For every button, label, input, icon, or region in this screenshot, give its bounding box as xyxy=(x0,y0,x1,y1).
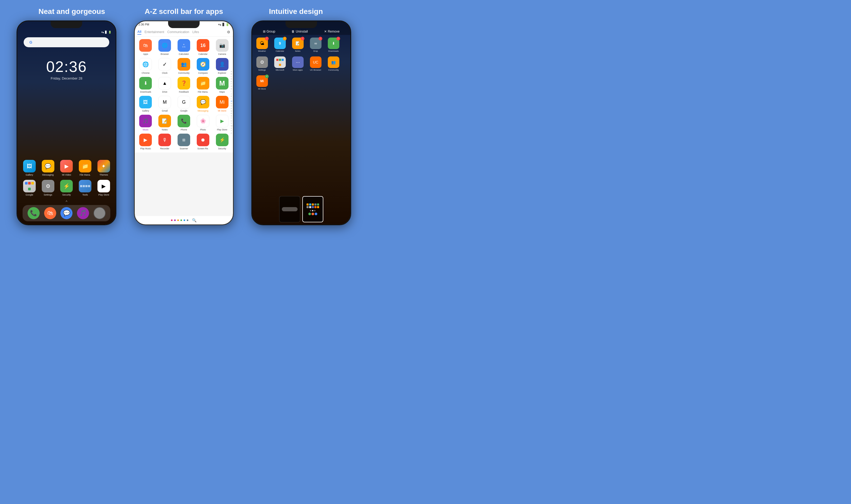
mistore-label: MI Store xyxy=(218,109,226,112)
list-item[interactable]: ▶ Play Music xyxy=(136,132,155,151)
list-item[interactable]: ✓ Clock xyxy=(156,57,174,75)
calculator-label: Calculator xyxy=(179,53,189,55)
app-settings2[interactable]: ⚙ Settings xyxy=(254,56,270,71)
app-downloads[interactable]: ⬇ ! Downloads xyxy=(326,38,341,52)
az-g: G xyxy=(231,85,232,87)
list-item[interactable]: 🧭 Compass xyxy=(194,57,212,75)
app-google[interactable]: Google xyxy=(21,180,38,196)
list-item[interactable]: 👤 Explorer xyxy=(213,57,231,75)
signal-icon: ▊ xyxy=(105,31,107,34)
list-item[interactable]: 📁 File Mana. xyxy=(194,76,212,94)
search-icon-bottom[interactable]: 🔍 xyxy=(192,218,196,222)
filemanager-icon: 📁 xyxy=(79,160,91,173)
gmail-icon: M xyxy=(158,96,171,108)
title-scrollbar: A-Z scroll bar for apps xyxy=(129,7,239,16)
app-tools[interactable]: Tools xyxy=(77,180,93,196)
messaging2-icon: 💬 xyxy=(197,96,209,108)
list-item[interactable]: ▶ Play Store xyxy=(213,114,231,132)
mivideo-label: Mi Video xyxy=(62,174,71,176)
app-microsoft[interactable]: Microsoft xyxy=(272,56,288,71)
weather-icon: 🌤 ! xyxy=(256,38,268,49)
list-item[interactable]: ⚡ Security xyxy=(213,132,231,151)
uninstall-button[interactable]: 🗑 Uninstall xyxy=(291,30,308,33)
list-item[interactable]: ⏺ Screen Re. xyxy=(194,132,212,151)
app-playstore[interactable]: ▶ Play Store xyxy=(95,180,112,196)
tab-settings-icon[interactable]: ⚙ xyxy=(227,30,230,34)
app-moreapps[interactable]: ⋯ More apps xyxy=(290,56,306,71)
list-item[interactable]: 🎙 Recorder xyxy=(156,132,174,151)
az-sidebar[interactable]: A B C D E F G H I J K L M N O P Q xyxy=(231,71,232,134)
tools-label: Tools xyxy=(83,194,88,196)
list-item[interactable]: ⬇ Downloads xyxy=(136,76,155,94)
app-community2[interactable]: 👥 Community xyxy=(326,56,341,71)
maps-label: Maps xyxy=(219,91,225,93)
signal-icon-2: ▊ xyxy=(223,23,225,26)
app-security[interactable]: ⚡ Security xyxy=(58,180,75,196)
calendar2-icon: 9 ! xyxy=(274,38,286,49)
app-settings[interactable]: ⚙ Settings xyxy=(40,180,56,196)
list-item[interactable]: 📷 Camera xyxy=(213,38,231,56)
wifi-icon: ▾▴ xyxy=(101,31,104,34)
remove-button[interactable]: ✕ Remove xyxy=(324,30,340,33)
app-notes[interactable]: 📝 ! Notes xyxy=(290,38,306,52)
app-messaging[interactable]: 💬 Messaging xyxy=(40,160,56,176)
group-label: Group xyxy=(267,30,275,33)
list-item[interactable]: 🌸 Photo xyxy=(194,114,212,132)
notes-icon: 📝 xyxy=(158,115,171,127)
list-item[interactable]: 16 Calendar xyxy=(194,38,212,56)
app-mistore[interactable]: Mi ✓ Mi Store xyxy=(254,75,270,90)
group-row-3: Mi ✓ Mi Store xyxy=(254,75,348,90)
search-bar[interactable]: G xyxy=(24,37,109,47)
app-gallery[interactable]: 🖼 Gallery xyxy=(21,160,38,176)
status-icons-1: ▾▴ ▊ 🔋 xyxy=(101,31,111,34)
list-item[interactable]: ❓ Feedback xyxy=(175,76,193,94)
thumb-1[interactable] xyxy=(279,196,300,222)
list-item[interactable]: 💬 Messaging xyxy=(194,95,212,113)
list-item[interactable]: ⊞ Scanner xyxy=(175,132,193,151)
list-item[interactable]: G Google xyxy=(175,95,193,113)
thumb-2[interactable] xyxy=(302,196,323,222)
tab-all[interactable]: All xyxy=(137,30,141,35)
list-item[interactable]: Mi MI Store xyxy=(213,95,231,113)
settings-icon: ⚙ xyxy=(42,180,54,193)
list-item[interactable]: M Gmail xyxy=(156,95,174,113)
app-drop[interactable]: ∞ ! Drop xyxy=(308,38,324,52)
az-r: R xyxy=(231,113,232,115)
mivideo-icon: ▶ xyxy=(60,160,73,173)
list-item[interactable]: 🎵 Music xyxy=(136,114,155,132)
list-item[interactable]: +π S Calculator xyxy=(175,38,193,56)
group-button[interactable]: ⊞ Group xyxy=(263,30,275,33)
dock-camera[interactable] xyxy=(93,207,106,219)
list-item[interactable]: 🖼 Gallery xyxy=(136,95,155,113)
browser-icon: 🌐 xyxy=(158,39,171,52)
downloads2-icon: ⬇ ! xyxy=(328,38,339,49)
clock-date: Friday, December 28 xyxy=(17,76,116,80)
list-item[interactable]: 📞 Phone xyxy=(175,114,193,132)
app-ucbrowser[interactable]: UC UC Browser xyxy=(308,56,324,71)
app-themes[interactable]: ✦ Themes xyxy=(95,160,112,176)
app-weather[interactable]: 🌤 ! Weather xyxy=(254,38,270,52)
dock-apps[interactable]: 🛍 xyxy=(44,207,56,219)
app-filemanager[interactable]: 📁 File Mana. xyxy=(77,160,93,176)
list-item[interactable]: 📝 Notes xyxy=(156,114,174,132)
list-item[interactable]: M Maps xyxy=(213,76,231,94)
list-item[interactable]: 🌐 Chrome xyxy=(136,57,155,75)
phone-2: 2:36 PM ▾▴ ▊ 🔋 All Entertainment Communi… xyxy=(134,20,234,225)
gallery-icon: 🖼 xyxy=(23,160,36,173)
list-item[interactable]: 🛍 Apps xyxy=(136,38,155,56)
wifi-icon-2: ▾▴ xyxy=(218,23,221,26)
dock-messages[interactable]: 💬 xyxy=(60,207,72,219)
list-item[interactable]: ▲ Drive xyxy=(156,76,174,94)
app-calendar[interactable]: 9 ! Calendar xyxy=(272,38,288,52)
tab-entertainment[interactable]: Entertainment xyxy=(144,30,164,34)
dock-phone[interactable]: 📞 xyxy=(28,207,40,219)
drive-icon: ▲ xyxy=(158,77,171,90)
tab-communication[interactable]: Communication xyxy=(167,30,189,34)
list-item[interactable]: 👥 Community xyxy=(175,57,193,75)
tab-lifes[interactable]: Lifes xyxy=(192,30,199,34)
app-mivideo[interactable]: ▶ Mi Video xyxy=(58,160,75,176)
drive-label: Drive xyxy=(162,91,167,93)
list-item[interactable]: 🌐 Browser xyxy=(156,38,174,56)
security-label: Security xyxy=(62,194,71,196)
dock-music[interactable]: 🎵 xyxy=(77,207,89,219)
